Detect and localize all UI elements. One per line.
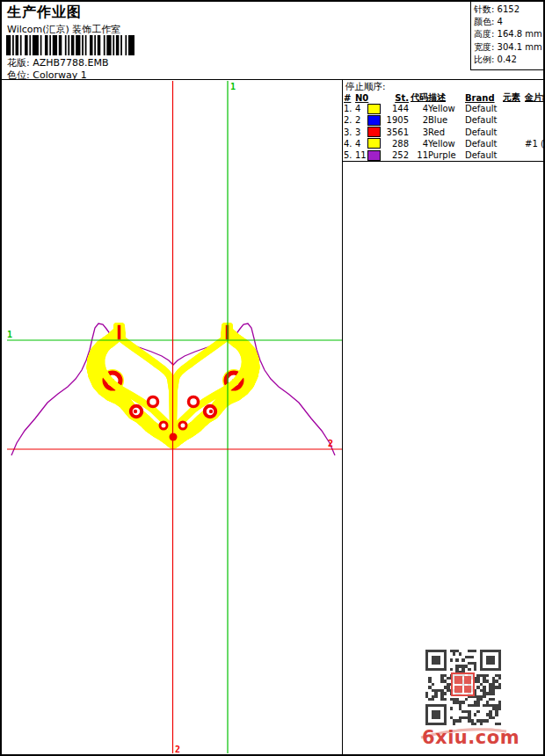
table-cell: Yellow xyxy=(428,139,465,149)
column-header: 金片绣 xyxy=(525,91,545,104)
table-cell: Purple xyxy=(428,150,465,160)
table-cell: 4 xyxy=(355,104,367,113)
color-swatch xyxy=(367,104,382,114)
column-header: 描述 xyxy=(428,91,465,104)
column-header: N0 xyxy=(355,93,367,103)
color-swatch-box xyxy=(367,104,381,114)
design-width: 宽度: 304.1 mm xyxy=(474,41,545,54)
color-swatch xyxy=(367,115,382,126)
table-header-row: #N0St.代码描述Brand元素金片绣 xyxy=(344,91,544,103)
table-cell: 2 xyxy=(355,115,367,125)
column-header: # xyxy=(344,93,355,103)
column-header: 元素 xyxy=(503,91,525,104)
table-cell: 1905 xyxy=(382,115,409,125)
table-cell: #1 (131) xyxy=(525,139,545,149)
table-cell: 3. xyxy=(344,127,355,137)
wing-tip-spike xyxy=(117,324,121,340)
table-cell: Default xyxy=(465,127,503,137)
color-swatch-box xyxy=(367,138,381,149)
table-cell: 2. xyxy=(344,115,355,125)
table-cell: Default xyxy=(465,104,503,113)
table-cell: 288 xyxy=(382,139,409,149)
swirl xyxy=(205,406,215,417)
color-swatch xyxy=(367,150,382,161)
table-row: 3.335613RedDefault xyxy=(344,127,544,138)
table-row: 2.219052BlueDefault xyxy=(344,114,544,126)
table-cell: 144 xyxy=(382,104,409,113)
table-cell: 5. xyxy=(344,150,355,160)
swirl xyxy=(189,397,199,407)
pattern-number: 花版: AZHB7788.EMB xyxy=(7,56,109,69)
start-marker-label: 1 xyxy=(230,82,236,91)
end-marker-label: 2 xyxy=(328,439,333,448)
table-cell: 4 xyxy=(409,104,428,113)
color-swatch xyxy=(367,138,382,149)
column-header: Brand xyxy=(465,93,503,103)
color-swatch-box xyxy=(367,115,381,126)
table-cell: 252 xyxy=(382,150,409,160)
color-swatch-box xyxy=(367,127,381,137)
start-marker-label: 1 xyxy=(7,330,12,339)
pattern-value: AZHB7788.EMB xyxy=(33,57,108,69)
color-count: 颜色: 4 xyxy=(474,16,545,28)
table-cell: 3 xyxy=(355,127,367,137)
column-header: 代码 xyxy=(409,91,428,104)
table-cell: Default xyxy=(465,139,503,149)
table-cell: Default xyxy=(465,150,503,160)
table-cell: 11 xyxy=(355,150,367,160)
table-cell: 4 xyxy=(409,139,428,149)
swirl xyxy=(160,422,167,429)
table-cell: Red xyxy=(428,127,465,137)
table-cell: 11 xyxy=(409,150,428,160)
swirl xyxy=(131,406,142,417)
table-cell: 3 xyxy=(409,127,428,137)
table-cell: 2 xyxy=(409,115,428,125)
table-cell: 3561 xyxy=(382,127,409,137)
table-row: 4.42884YellowDefault#1 (131) xyxy=(344,138,544,149)
logo-text: 6xiu.com xyxy=(422,727,520,748)
table-cell: Blue xyxy=(428,115,465,125)
swirl xyxy=(179,422,186,429)
site-logo: 6xiu.com xyxy=(418,718,512,753)
watermark-stamp xyxy=(451,672,475,696)
table-cell: 4 xyxy=(355,139,367,149)
column-header: St. xyxy=(382,93,409,103)
color-swatch-box xyxy=(367,150,381,161)
color-swatch xyxy=(367,127,382,137)
pattern-label: 花版: xyxy=(7,57,30,69)
swirl xyxy=(149,397,158,407)
design-scale: 比例: 0.42 xyxy=(474,54,545,66)
design-info-box: 针数: 6152 颜色: 4 高度: 164.8 mm 宽度: 304.1 mm… xyxy=(470,2,545,70)
company-name: Wilcom(汇京) 装饰工作室 xyxy=(7,23,120,36)
page-title: 生产作业图 xyxy=(7,4,82,22)
table-cell: Yellow xyxy=(428,104,465,113)
production-worksheet: 生产作业图 Wilcom(汇京) 装饰工作室 花版: AZHB7788.EMB … xyxy=(0,0,545,756)
stitch-count: 针数: 6152 xyxy=(474,4,545,16)
stop-sequence-table: #N0St.代码描述Brand元素金片绣 1.41444YellowDefaul… xyxy=(344,91,544,161)
table-row: 1.41444YellowDefault xyxy=(344,103,544,114)
table-row: 5.1125211PurpleDefault xyxy=(344,149,544,161)
panel-divider xyxy=(342,79,343,754)
table-cell: Default xyxy=(465,115,503,125)
design-height: 高度: 164.8 mm xyxy=(474,28,545,40)
table-cell: 1. xyxy=(344,104,355,113)
end-marker-label: 2 xyxy=(175,745,180,753)
table-bottom-divider xyxy=(343,161,543,162)
design-canvas: 1 1 2 2 xyxy=(4,80,342,753)
table-cell: 4. xyxy=(344,139,355,149)
barcode xyxy=(6,35,134,55)
